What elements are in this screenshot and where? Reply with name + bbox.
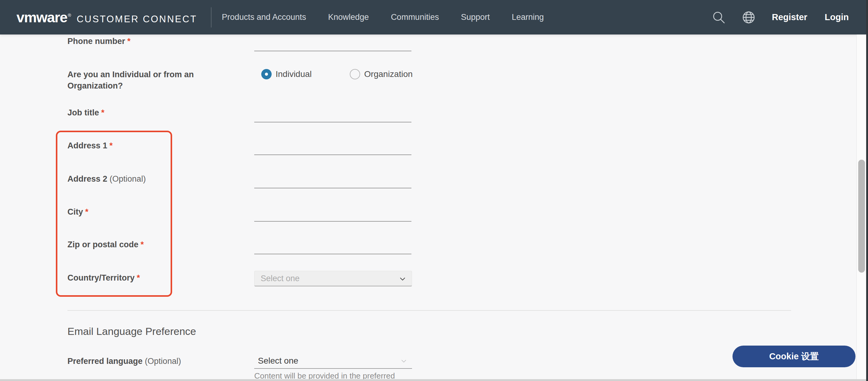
- required-asterisk: *: [101, 108, 105, 117]
- required-asterisk: *: [85, 207, 89, 216]
- address-2-input[interactable]: [254, 174, 411, 188]
- radio-button-organization-unselected[interactable]: [350, 69, 360, 79]
- zip-postal-code-label: Zip or postal code*: [67, 240, 144, 250]
- vertical-scrollbar-track[interactable]: [857, 34, 866, 381]
- login-link[interactable]: Login: [825, 12, 849, 22]
- required-asterisk: *: [127, 37, 131, 46]
- nav-item-products-and-accounts[interactable]: Products and Accounts: [222, 12, 306, 22]
- nav-item-learning[interactable]: Learning: [512, 12, 544, 22]
- radio-label-individual: Individual: [276, 69, 312, 79]
- country-territory-label: Country/Territory*: [67, 273, 140, 283]
- primary-nav-menu: Products and Accounts Knowledge Communit…: [222, 12, 544, 22]
- nav-divider: [211, 7, 212, 27]
- nav-item-knowledge[interactable]: Knowledge: [328, 12, 369, 22]
- cookie-settings-button[interactable]: Cookie 设置: [733, 346, 856, 367]
- country-territory-select[interactable]: Select one: [254, 271, 412, 286]
- nav-item-communities[interactable]: Communities: [391, 12, 439, 22]
- optional-suffix: (Optional): [145, 357, 181, 366]
- viewport-bottom-edge: [0, 379, 866, 381]
- nav-item-support[interactable]: Support: [461, 12, 490, 22]
- language-select-placeholder: Select one: [258, 356, 298, 366]
- radio-option-organization[interactable]: Organization: [350, 69, 413, 79]
- radio-label-organization: Organization: [364, 69, 413, 79]
- chevron-down-icon: [398, 275, 407, 283]
- screen-right-edge-strip: [866, 0, 868, 381]
- phone-number-input[interactable]: [254, 37, 411, 51]
- preferred-language-select[interactable]: Select one: [254, 354, 412, 369]
- address-1-label: Address 1*: [67, 141, 113, 150]
- search-icon[interactable]: [711, 10, 726, 25]
- address-1-input[interactable]: [254, 141, 411, 155]
- job-title-input[interactable]: [254, 108, 411, 122]
- job-title-label: Job title*: [67, 108, 104, 118]
- phone-number-label: Phone number*: [67, 37, 131, 46]
- zip-postal-code-input[interactable]: [254, 240, 411, 254]
- address-2-label: Address 2 (Optional): [67, 174, 146, 184]
- required-asterisk: *: [141, 240, 144, 249]
- vmware-logo[interactable]: vmware ® CUSTOMER CONNECT: [17, 9, 197, 26]
- section-divider: [67, 310, 791, 311]
- individual-organization-radio-group: Individual Organization: [261, 69, 413, 79]
- optional-suffix: (Optional): [110, 174, 146, 183]
- required-asterisk: *: [110, 141, 113, 150]
- preferred-language-label: Preferred language (Optional): [67, 357, 181, 366]
- nav-right-actions: Register Login: [711, 10, 849, 25]
- email-language-preference-heading: Email Language Preference: [67, 325, 196, 338]
- city-label: City*: [67, 207, 89, 217]
- vmware-wordmark: vmware: [17, 9, 67, 26]
- required-asterisk: *: [137, 273, 140, 283]
- register-link[interactable]: Register: [772, 12, 807, 22]
- radio-button-individual-selected[interactable]: [261, 69, 272, 79]
- vmware-customer-connect-page: vmware ® CUSTOMER CONNECT Products and A…: [0, 0, 868, 381]
- registered-trademark-symbol: ®: [68, 12, 71, 18]
- vertical-scrollbar-thumb[interactable]: [858, 160, 865, 273]
- city-input[interactable]: [254, 208, 411, 222]
- country-select-placeholder: Select one: [261, 274, 300, 283]
- chevron-down-icon: [400, 357, 408, 365]
- top-navigation-bar: vmware ® CUSTOMER CONNECT Products and A…: [0, 0, 868, 34]
- customer-connect-wordmark: CUSTOMER CONNECT: [76, 14, 197, 25]
- individual-or-organization-label: Are you an Individual or from an Organiz…: [67, 69, 194, 92]
- globe-language-icon[interactable]: [741, 10, 756, 25]
- radio-option-individual[interactable]: Individual: [261, 69, 312, 79]
